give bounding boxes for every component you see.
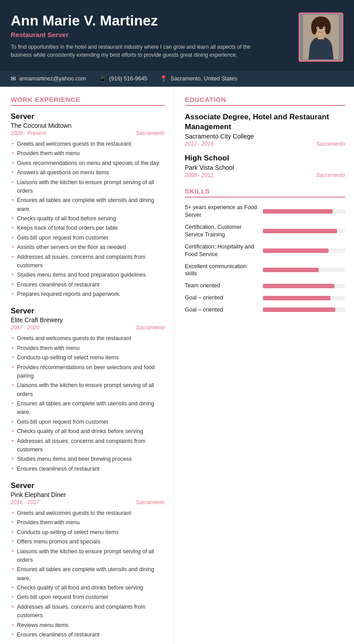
job-entry: Server Elite Craft Brewery 2017 - 2020 S… xyxy=(11,307,165,473)
job-period: 2017 - 2020 xyxy=(11,324,39,331)
skill-row: Goal – oriented xyxy=(185,306,345,314)
phone-value: (916) 516-9645 xyxy=(109,76,147,82)
edu-meta: 2012 - 2016 Sacramento xyxy=(185,141,345,147)
skill-bar-bg xyxy=(263,209,345,214)
bullet-item: Greets and welcomes guests to the restau… xyxy=(11,140,165,148)
skill-row: Goal – oriented xyxy=(185,294,345,302)
job-meta: 2017 - 2020 Sacramento xyxy=(11,324,165,331)
bullet-item: Provides recommendations on beer selecti… xyxy=(11,363,165,381)
bullet-item: Greets and welcomes guests to the restau… xyxy=(11,334,165,343)
job-bullets: Greets and welcomes guests to the restau… xyxy=(11,509,165,639)
bullet-item: Ensures all tables are complete with ute… xyxy=(11,565,165,583)
location-icon: 📍 xyxy=(160,75,167,82)
edu-school: Sacramento City College xyxy=(185,133,345,140)
bullet-item: Gets bill upon request from customer xyxy=(11,418,165,426)
bullet-item: Addresses all issues, concerns and compl… xyxy=(11,437,165,455)
company-name: Elite Craft Brewery xyxy=(11,316,165,324)
header-section: Ann Marie V. Martinez Restaurant Server … xyxy=(0,0,354,71)
edu-meta: 2008 - 2012 Sacramento xyxy=(185,172,345,178)
skill-bar-fill xyxy=(263,268,319,272)
email-contact: ✉ annamartinez@yahoo.com xyxy=(11,75,86,82)
bullet-item: Prepares required reports and paperwork. xyxy=(11,290,165,299)
skill-bar-fill xyxy=(263,284,334,288)
skill-bar-bg xyxy=(263,229,345,233)
bullet-item: Ensures all tables are complete with ute… xyxy=(11,400,165,417)
candidate-title: Restaurant Server xyxy=(11,31,290,38)
bullet-item: Conducts up-selling of select menu items xyxy=(11,354,165,362)
bullet-item: Studies menu items and beer brewing proc… xyxy=(11,455,165,463)
job-period: 2020 - Present xyxy=(11,130,46,136)
company-name: Pink Elephant Diner xyxy=(11,491,165,498)
edu-location: Sacramento xyxy=(316,172,345,178)
bullet-item: Ensures all tables are complete with ute… xyxy=(11,196,165,214)
edu-degree: High School xyxy=(185,153,345,163)
bullet-item: Offers menu promos and specials xyxy=(11,538,165,546)
bullet-item: Addresses all issues, concerns and compl… xyxy=(11,253,165,270)
jobs-container: Server The Coconut Midtown 2020 - Presen… xyxy=(11,112,165,639)
job-meta: 2020 - Present Sacramento xyxy=(11,130,165,136)
bullet-item: Ensures cleanliness of restaurant xyxy=(11,465,165,473)
skill-row: Team oriented xyxy=(185,282,345,290)
edu-period: 2008 - 2012 xyxy=(185,172,213,178)
phone-icon: 📱 xyxy=(99,75,106,82)
bullet-item: Assists other servers on the floor as ne… xyxy=(11,243,165,252)
bullet-item: Studies menu items and food preparation … xyxy=(11,271,165,279)
bullet-item: Gets bill upon request from customer xyxy=(11,234,165,242)
location-value: Sacramento, United States xyxy=(171,76,237,82)
skill-label: Certification; Hospitality and Food Serv… xyxy=(185,243,258,258)
job-location: Sacramento xyxy=(136,324,165,331)
skill-bar-fill xyxy=(263,296,330,300)
skill-bar-bg xyxy=(263,248,345,253)
edu-location: Sacramento xyxy=(316,141,345,147)
bullet-item: Ensures cleanliness of restaurant xyxy=(11,631,165,639)
job-period: 2016 - 2017 xyxy=(11,499,39,505)
edu-entry: High School Park Vista School 2008 - 201… xyxy=(185,153,345,178)
svg-point-4 xyxy=(325,20,331,34)
work-experience-title: WORK EXPERIENCE xyxy=(11,96,165,106)
bullet-item: Provides them with menu xyxy=(11,518,165,527)
phone-contact: 📱 (916) 516-9645 xyxy=(99,75,147,82)
svg-rect-5 xyxy=(318,35,324,39)
bullet-item: Keeps track of total food orders per tab… xyxy=(11,224,165,232)
job-title: Server xyxy=(11,112,165,121)
edu-entry: Associate Degree, Hotel and Restaurant M… xyxy=(185,112,345,147)
objective-text: To find opportunities in the hotel and r… xyxy=(11,43,261,59)
edu-period: 2012 - 2016 xyxy=(185,141,213,147)
skill-bar-fill xyxy=(263,307,335,312)
edu-school: Park Vista School xyxy=(185,164,345,171)
bullet-item: Liaisons with the kitchen to ensure prom… xyxy=(11,547,165,565)
skill-label: Certification, Customer Service Training xyxy=(185,223,258,239)
job-title: Server xyxy=(11,307,165,316)
bullet-item: Liaisons with the kitchen to ensure prom… xyxy=(11,178,165,196)
job-bullets: Greets and welcomes guests to the restau… xyxy=(11,140,165,299)
bullet-item: Answers all questions on menu items xyxy=(11,168,165,177)
skill-bar-fill xyxy=(263,229,337,233)
contact-bar: ✉ annamartinez@yahoo.com 📱 (916) 516-964… xyxy=(0,71,354,87)
education-title: EDUCATION xyxy=(185,96,345,106)
skill-label: 5+ years experience as Food Server xyxy=(185,204,258,219)
bullet-item: Liaisons with the kitchen to ensure prom… xyxy=(11,381,165,399)
skill-row: Certification; Hospitality and Food Serv… xyxy=(185,243,345,258)
svg-point-8 xyxy=(317,27,319,29)
main-content: WORK EXPERIENCE Server The Coconut Midto… xyxy=(0,87,354,644)
bullet-item: Gets bill upon request from customer xyxy=(11,593,165,602)
skill-label: Goal – oriented xyxy=(185,294,258,302)
job-meta: 2016 - 2017 Sacramento xyxy=(11,499,165,505)
skill-row: Excellent communication skills xyxy=(185,263,345,278)
bullet-item: Checks quality of all food before servin… xyxy=(11,215,165,223)
skill-bar-bg xyxy=(263,268,345,272)
job-entry: Server The Coconut Midtown 2020 - Presen… xyxy=(11,112,165,299)
bullet-item: Reviews menu items xyxy=(11,621,165,630)
edu-degree: Associate Degree, Hotel and Restaurant M… xyxy=(185,112,345,132)
skill-row: Certification, Customer Service Training xyxy=(185,223,345,239)
job-entry: Server Pink Elephant Diner 2016 - 2017 S… xyxy=(11,481,165,639)
bullet-item: Ensures cleanliness of restaurant xyxy=(11,281,165,289)
bullet-item: Provides them with menu xyxy=(11,344,165,353)
email-value: annamartinez@yahoo.com xyxy=(19,76,86,82)
job-location: Sacramento xyxy=(136,499,165,505)
bullet-item: Provides them with menu xyxy=(11,149,165,158)
bullet-item: Checks quality of all food and drinks be… xyxy=(11,584,165,592)
bullet-item: Greets and welcomes guests to the restau… xyxy=(11,509,165,518)
skill-bar-bg xyxy=(263,284,345,288)
header-left: Ann Marie V. Martinez Restaurant Server … xyxy=(11,13,290,59)
